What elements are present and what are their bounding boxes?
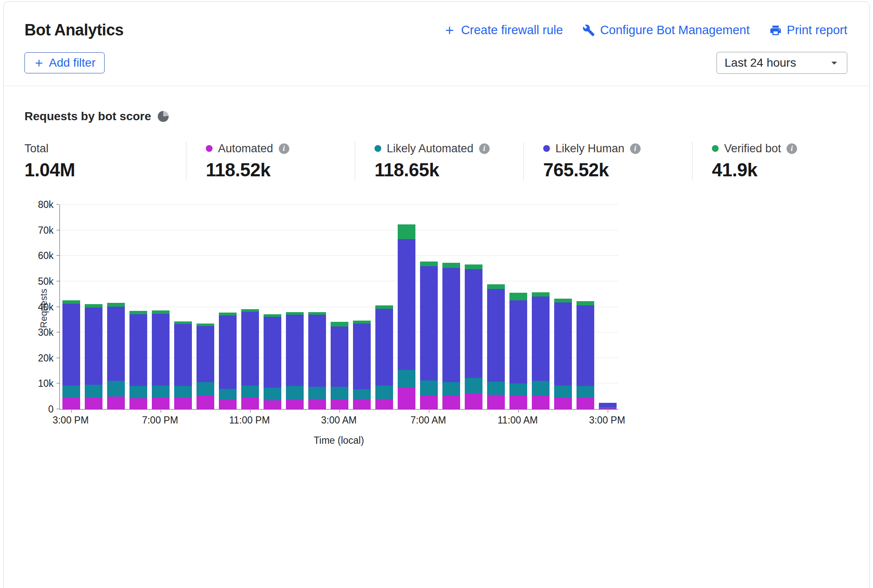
- bar-segment-verified-bot[interactable]: [577, 301, 594, 306]
- stacked-bar[interactable]: [264, 314, 281, 410]
- stacked-bar[interactable]: [375, 305, 393, 409]
- bar-segment-likely-automated[interactable]: [85, 385, 102, 397]
- stacked-bar[interactable]: [62, 300, 80, 409]
- stacked-bar[interactable]: [308, 312, 326, 409]
- stacked-bar[interactable]: [509, 293, 527, 409]
- bar-segment-likely-automated[interactable]: [353, 389, 371, 399]
- info-icon[interactable]: [787, 143, 797, 154]
- add-filter-button[interactable]: Add filter: [24, 52, 105, 73]
- bar-segment-automated[interactable]: [152, 397, 170, 409]
- bar-segment-automated[interactable]: [532, 396, 550, 409]
- bar-segment-likely-automated[interactable]: [532, 381, 550, 396]
- bar-segment-likely-automated[interactable]: [264, 388, 281, 400]
- stacked-bar[interactable]: [174, 321, 192, 409]
- bar-segment-automated[interactable]: [331, 399, 348, 409]
- create-firewall-rule-link[interactable]: Create firewall rule: [443, 23, 563, 37]
- bar-segment-likely-human[interactable]: [554, 302, 572, 385]
- bar-segment-automated[interactable]: [85, 398, 102, 409]
- bar-segment-likely-human[interactable]: [85, 307, 102, 385]
- bar-segment-likely-human[interactable]: [375, 309, 393, 386]
- stacked-bar[interactable]: [554, 299, 572, 409]
- bar-segment-likely-human[interactable]: [487, 289, 505, 381]
- bar-segment-automated[interactable]: [442, 396, 460, 409]
- stacked-bar[interactable]: [197, 324, 214, 409]
- stacked-bar[interactable]: [152, 310, 170, 409]
- bar-segment-likely-human[interactable]: [465, 269, 482, 378]
- bar-segment-verified-bot[interactable]: [554, 299, 572, 303]
- bar-segment-likely-human[interactable]: [331, 326, 348, 386]
- stacked-bar[interactable]: [420, 262, 438, 409]
- bar-segment-automated[interactable]: [509, 396, 527, 409]
- bar-segment-likely-automated[interactable]: [420, 380, 438, 396]
- bar-segment-likely-automated[interactable]: [398, 370, 415, 388]
- info-icon[interactable]: [630, 143, 641, 154]
- bar-segment-verified-bot[interactable]: [353, 321, 371, 324]
- stacked-bar[interactable]: [442, 263, 460, 409]
- stacked-bar[interactable]: [465, 264, 482, 409]
- stacked-bar[interactable]: [286, 312, 304, 409]
- bar-segment-likely-automated[interactable]: [286, 386, 304, 399]
- bar-segment-automated[interactable]: [375, 399, 393, 409]
- bar-segment-automated[interactable]: [107, 396, 125, 409]
- bar-segment-likely-automated[interactable]: [129, 386, 147, 398]
- bar-segment-verified-bot[interactable]: [398, 224, 415, 239]
- bar-segment-likely-automated[interactable]: [465, 378, 482, 393]
- bar-segment-verified-bot[interactable]: [487, 284, 505, 289]
- bar-segment-automated[interactable]: [599, 408, 617, 409]
- bar-segment-verified-bot[interactable]: [62, 300, 80, 304]
- bar-segment-verified-bot[interactable]: [331, 322, 348, 326]
- bar-segment-likely-human[interactable]: [197, 326, 214, 382]
- stacked-bar[interactable]: [129, 311, 147, 409]
- stacked-bar[interactable]: [85, 304, 102, 409]
- bar-segment-verified-bot[interactable]: [152, 310, 170, 314]
- configure-bot-management-link[interactable]: Configure Bot Management: [582, 23, 750, 37]
- bar-segment-likely-automated[interactable]: [577, 386, 594, 397]
- info-icon[interactable]: [279, 143, 289, 154]
- bar-segment-likely-automated[interactable]: [509, 383, 527, 395]
- bar-segment-verified-bot[interactable]: [129, 311, 147, 314]
- bar-segment-likely-human[interactable]: [129, 314, 147, 386]
- bar-segment-likely-automated[interactable]: [554, 386, 572, 397]
- bar-segment-likely-automated[interactable]: [152, 386, 170, 397]
- bar-segment-likely-human[interactable]: [308, 315, 326, 387]
- bar-segment-verified-bot[interactable]: [375, 305, 393, 309]
- bar-segment-likely-automated[interactable]: [107, 381, 125, 396]
- print-report-link[interactable]: Print report: [769, 23, 847, 37]
- bar-segment-automated[interactable]: [286, 400, 304, 409]
- bar-segment-likely-automated[interactable]: [308, 387, 326, 399]
- stacked-bar[interactable]: [353, 321, 371, 409]
- bar-segment-automated[interactable]: [353, 399, 371, 409]
- bar-segment-likely-human[interactable]: [353, 324, 371, 389]
- bar-segment-verified-bot[interactable]: [465, 264, 482, 269]
- bar-segment-likely-automated[interactable]: [487, 382, 505, 395]
- bar-segment-verified-bot[interactable]: [85, 304, 102, 307]
- bar-segment-automated[interactable]: [398, 388, 415, 409]
- bar-segment-verified-bot[interactable]: [107, 303, 125, 307]
- bar-segment-automated[interactable]: [197, 395, 214, 409]
- info-icon[interactable]: [479, 143, 490, 154]
- bar-segment-likely-human[interactable]: [152, 314, 170, 386]
- bar-segment-likely-automated[interactable]: [442, 382, 460, 396]
- bar-segment-automated[interactable]: [219, 400, 237, 409]
- stacked-bar[interactable]: [487, 284, 505, 409]
- bar-segment-likely-human[interactable]: [264, 317, 281, 388]
- bar-segment-likely-automated[interactable]: [219, 389, 237, 400]
- stacked-bar[interactable]: [219, 313, 237, 409]
- bar-segment-likely-human[interactable]: [420, 266, 438, 380]
- stacked-bar[interactable]: [331, 322, 348, 409]
- time-range-select[interactable]: Last 24 hours: [717, 52, 847, 74]
- stacked-bar[interactable]: [107, 303, 125, 409]
- bar-segment-verified-bot[interactable]: [264, 314, 281, 317]
- bar-segment-automated[interactable]: [241, 397, 259, 409]
- bar-segment-likely-automated[interactable]: [174, 386, 192, 397]
- bar-segment-likely-human[interactable]: [532, 297, 550, 381]
- bar-segment-automated[interactable]: [62, 397, 80, 409]
- stacked-bar[interactable]: [532, 292, 550, 409]
- bar-segment-automated[interactable]: [577, 398, 594, 409]
- stacked-bar[interactable]: [577, 301, 594, 409]
- bar-segment-verified-bot[interactable]: [509, 293, 527, 300]
- stacked-bar[interactable]: [599, 403, 617, 409]
- bar-segment-likely-human[interactable]: [174, 324, 192, 386]
- bar-segment-automated[interactable]: [465, 393, 482, 409]
- bar-segment-likely-human[interactable]: [219, 316, 237, 389]
